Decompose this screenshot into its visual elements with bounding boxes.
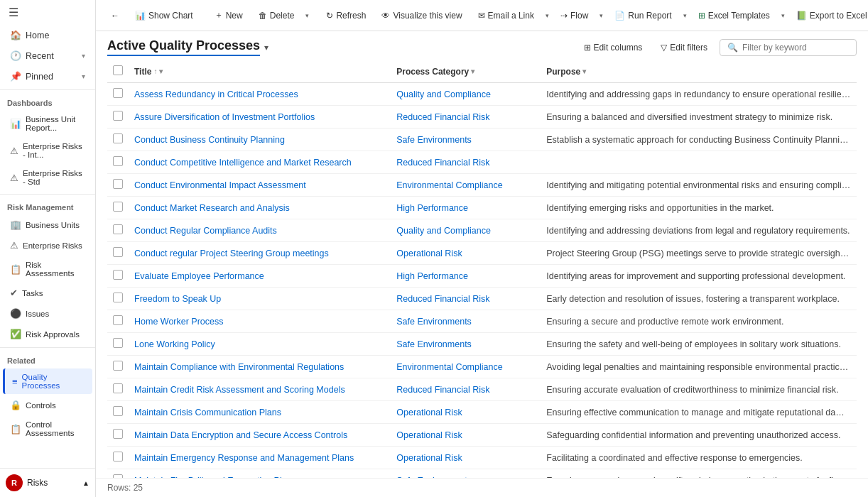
sidebar-item-pinned[interactable]: 📌 Pinned ▾: [3, 67, 92, 86]
purpose-filter-icon[interactable]: ▾: [582, 67, 586, 75]
run-report-dropdown[interactable]: ▾: [681, 9, 689, 23]
row-checkbox[interactable]: [113, 202, 123, 212]
row-checkbox[interactable]: [113, 156, 123, 166]
row-checkbox[interactable]: [113, 247, 123, 257]
sidebar-item-enterprise-risks[interactable]: ⚠ Enterprise Risks: [3, 236, 92, 255]
row-checkbox[interactable]: [113, 111, 123, 121]
row-checkbox[interactable]: [113, 88, 123, 98]
flow-button[interactable]: ⇢ Flow: [554, 7, 595, 24]
delete-dropdown-button[interactable]: ▾: [303, 9, 311, 23]
category-filter-icon[interactable]: ▾: [471, 67, 474, 75]
sidebar-item-quality-processes[interactable]: ≡ Quality Processes: [3, 368, 92, 394]
row-category[interactable]: Operational Risk: [391, 242, 541, 265]
row-category[interactable]: Quality and Compliance: [391, 83, 541, 106]
row-category[interactable]: Safe Environments: [391, 129, 541, 151]
excel-templates-button[interactable]: ⊞ Excel Templates: [692, 7, 776, 24]
row-checkbox[interactable]: [113, 406, 123, 416]
visualize-button[interactable]: 👁 Visualize this view: [375, 7, 468, 24]
row-category[interactable]: Reduced Financial Risk: [391, 151, 541, 174]
row-title[interactable]: Maintain Emergency Response and Manageme…: [129, 447, 391, 469]
row-title[interactable]: Conduct Regular Compliance Audits: [129, 219, 391, 242]
sidebar-item-home[interactable]: 🏠 Home: [3, 26, 92, 45]
sidebar-item-recent[interactable]: 🕐 Recent ▾: [3, 46, 92, 65]
show-chart-button[interactable]: 📊 Show Chart: [129, 7, 200, 24]
new-button[interactable]: ＋ New: [208, 6, 249, 25]
row-title[interactable]: Lone Working Policy: [129, 333, 391, 356]
row-category[interactable]: Environmental Compliance: [391, 356, 541, 378]
edit-columns-button[interactable]: ⊞ Edit columns: [577, 39, 649, 56]
sidebar-item-risk-assessments[interactable]: 📋 Risk Assessments: [3, 256, 92, 282]
row-title[interactable]: Conduct Market Research and Analysis: [129, 197, 391, 219]
page-title-dropdown-icon[interactable]: ▾: [264, 43, 268, 53]
header-process-category[interactable]: Process Category ▾: [391, 60, 541, 83]
row-checkbox[interactable]: [113, 383, 123, 393]
row-checkbox[interactable]: [113, 452, 123, 462]
email-link-button[interactable]: ✉ Email a Link: [472, 7, 541, 24]
row-checkbox[interactable]: [113, 338, 123, 348]
row-title[interactable]: Assure Diversification of Investment Por…: [129, 106, 391, 129]
delete-button[interactable]: 🗑 Delete: [252, 7, 301, 24]
row-title[interactable]: Maintain Compliance with Environmental R…: [129, 356, 391, 378]
hamburger-icon[interactable]: ☰: [0, 0, 95, 25]
sidebar-item-business-units[interactable]: 🏢 Business Units: [3, 215, 92, 234]
refresh-button[interactable]: ↻ Refresh: [320, 7, 372, 24]
filter-keyword-input[interactable]: [742, 43, 849, 53]
header-purpose[interactable]: Purpose ▾: [541, 60, 857, 83]
title-filter-icon[interactable]: ▾: [159, 67, 163, 75]
row-checkbox[interactable]: [113, 270, 123, 280]
row-category[interactable]: Quality and Compliance: [391, 219, 541, 242]
row-title[interactable]: Conduct Business Continuity Planning: [129, 129, 391, 151]
excel-templates-dropdown[interactable]: ▾: [779, 9, 787, 23]
row-category[interactable]: Environmental Compliance: [391, 174, 541, 197]
row-title[interactable]: Home Worker Process: [129, 310, 391, 333]
row-checkbox[interactable]: [113, 293, 123, 302]
sidebar-item-label: Enterprise Risks - Std: [23, 169, 85, 186]
row-title[interactable]: Maintain Data Encryption and Secure Acce…: [129, 424, 391, 447]
email-link-dropdown[interactable]: ▾: [543, 9, 551, 23]
run-report-button[interactable]: 📄 Run Report: [608, 7, 678, 24]
row-category[interactable]: Safe Environments: [391, 469, 541, 479]
back-button[interactable]: ←: [104, 7, 126, 24]
edit-filters-button[interactable]: ▽ Edit filters: [654, 39, 714, 56]
sidebar-item-enterprise-risks-std[interactable]: ⚠ Enterprise Risks - Std: [3, 165, 92, 190]
row-checkbox[interactable]: [113, 179, 123, 189]
export-excel-button[interactable]: 📗 Export to Excel: [790, 7, 868, 24]
row-title[interactable]: Maintain Fire Drills and Evacuation Plan…: [129, 469, 391, 479]
header-title[interactable]: Title ↑ ▾: [129, 60, 391, 83]
row-category[interactable]: Operational Risk: [391, 424, 541, 447]
row-title[interactable]: Evaluate Employee Performance: [129, 265, 391, 288]
row-title[interactable]: Conduct Competitive Intelligence and Mar…: [129, 151, 391, 174]
select-all-checkbox[interactable]: [113, 65, 123, 75]
sidebar-item-control-assessments[interactable]: 📋 Control Assessments: [3, 416, 92, 442]
row-category[interactable]: Reduced Financial Risk: [391, 106, 541, 129]
row-checkbox[interactable]: [113, 133, 123, 143]
row-title[interactable]: Maintain Credit Risk Assessment and Scor…: [129, 378, 391, 401]
sidebar-bottom-user[interactable]: R Risks ▲: [0, 468, 95, 497]
row-title[interactable]: Maintain Crisis Communication Plans: [129, 401, 391, 424]
row-category[interactable]: Reduced Financial Risk: [391, 288, 541, 310]
row-category[interactable]: High Performance: [391, 265, 541, 288]
row-purpose: Identifying areas for improvement and su…: [541, 265, 857, 288]
row-category[interactable]: Operational Risk: [391, 401, 541, 424]
sidebar-item-controls[interactable]: 🔒 Controls: [3, 395, 92, 415]
row-title[interactable]: Conduct regular Project Steering Group m…: [129, 242, 391, 265]
flow-dropdown[interactable]: ▾: [597, 9, 605, 23]
row-category[interactable]: Operational Risk: [391, 447, 541, 469]
sidebar-item-risk-approvals[interactable]: ✅ Risk Approvals: [3, 324, 92, 344]
row-checkbox[interactable]: [113, 315, 123, 325]
row-title[interactable]: Assess Redundancy in Critical Processes: [129, 83, 391, 106]
sidebar-item-issues[interactable]: ⚫ Issues: [3, 304, 92, 323]
row-checkbox[interactable]: [113, 361, 123, 371]
sidebar-item-tasks[interactable]: ✔ Tasks: [3, 283, 92, 302]
check-icon: ✔: [10, 288, 18, 298]
row-category[interactable]: Safe Environments: [391, 310, 541, 333]
sidebar-item-business-unit-report[interactable]: 📊 Business Unit Report...: [3, 111, 92, 136]
row-title[interactable]: Freedom to Speak Up: [129, 288, 391, 310]
row-checkbox[interactable]: [113, 224, 123, 234]
row-checkbox[interactable]: [113, 429, 123, 439]
row-category[interactable]: High Performance: [391, 197, 541, 219]
sidebar-item-enterprise-risks-int[interactable]: ⚠ Enterprise Risks - Int...: [3, 138, 92, 163]
row-category[interactable]: Reduced Financial Risk: [391, 378, 541, 401]
row-category[interactable]: Safe Environments: [391, 333, 541, 356]
row-title[interactable]: Conduct Environmental Impact Assessment: [129, 174, 391, 197]
